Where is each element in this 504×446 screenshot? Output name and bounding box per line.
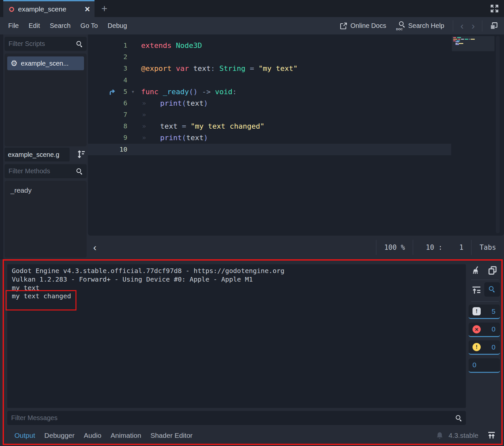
filter-messages-field[interactable] [7,411,466,425]
code-line-2[interactable]: 2 [88,51,504,63]
search-icon [455,415,462,421]
print-result-annotation-box [6,290,76,310]
menu-go-to[interactable]: Go To [75,17,103,34]
line-number: 8 [101,120,127,132]
tab-indent-mark: » [142,109,146,120]
code-text: print(text) [160,132,208,143]
code-line-1[interactable]: 1extends Node3D [88,40,504,51]
code-line-6[interactable]: 6»print(text) [88,97,504,109]
divider [482,20,482,32]
methods-list-panel: _ready [5,181,87,258]
make-floating-icon[interactable] [487,22,501,30]
online-docs-label: Online Docs [350,22,386,30]
output-panel-annotation-outline: Godot Engine v4.3.stable.official.77dcf9… [3,259,503,445]
script-item-example-scen[interactable]: ⚙example_scen... [7,56,84,70]
indent-type[interactable]: Tabs [471,240,504,255]
editor-status-bar: ‹ 100 % 10 :1 Tabs [88,236,504,259]
console-line: Vulkan 1.2.283 - Forward+ - Using Device… [12,275,461,284]
warnings-count: 0 [492,343,495,351]
editor-filter-button[interactable]: 0 [469,358,500,373]
code-editor[interactable]: 1extends Node3D23@export var text: Strin… [88,34,504,236]
tab-indent-mark: » [142,97,146,109]
new-tab-button[interactable]: + [97,0,112,17]
console-line: my text changed [12,292,461,301]
notifications-bell-icon[interactable] [435,431,444,440]
filter-methods-field[interactable] [5,164,87,178]
hide-scripts-panel-icon[interactable]: ‹ [88,242,102,253]
filter-messages-input[interactable] [11,414,455,422]
code-text: print(text) [160,97,208,109]
node3d-ring-icon [9,7,14,12]
clear-output-icon[interactable] [471,265,482,276]
warnings-filter-button[interactable]: !0 [469,340,500,355]
code-text: @export var text: String = "my text" [141,63,298,74]
output-console[interactable]: Godot Engine v4.3.stable.official.77dcf9… [7,264,466,408]
menu-search[interactable]: Search [45,17,75,34]
search-icon [76,168,83,175]
search-output-button[interactable] [484,282,500,297]
errors-icon: × [472,325,481,333]
method-item-ready[interactable]: _ready [7,184,84,197]
code-line-8[interactable]: 8»text = "my text changed" [88,120,504,132]
messages-icon: ! [472,307,481,315]
history-back-icon[interactable]: ‹ [458,21,466,31]
engine-version-label: 4.3.stable [449,432,478,439]
code-line-4[interactable]: 4 [88,74,504,86]
messages-filter-button[interactable]: !5 [469,305,500,319]
bottom-tab-animation[interactable]: Animation [106,432,146,439]
console-line: my text [12,284,461,292]
menu-file[interactable]: File [8,17,24,34]
minimap-bar [461,39,464,40]
expand-bottom-panel-icon[interactable] [487,431,496,440]
code-line-9[interactable]: 9»print(text) [88,132,504,143]
minimap-bar [458,43,463,44]
search-help-icon: DOC [397,21,405,31]
tab-example-scene[interactable]: example_scene × [3,0,94,17]
minimap-bar [453,37,456,38]
scripts-list-panel: ⚙example_scen... [5,53,87,146]
fold-chevron-icon[interactable]: ▾ [131,86,135,97]
bottom-tab-output[interactable]: Output [10,432,40,439]
line-number: 3 [101,63,127,74]
sort-scripts-icon[interactable] [76,149,86,159]
online-docs-button[interactable]: Online Docs [336,17,390,34]
collapse-duplicates-icon[interactable] [471,285,482,295]
warnings-icon: ! [472,343,481,351]
menu-items: FileEditSearchGo ToDebug [8,17,132,34]
bottom-tab-shader-editor[interactable]: Shader Editor [146,432,197,439]
bottom-tabs: OutputDebuggerAudioAnimationShader Edito… [10,432,197,439]
filter-methods-input[interactable] [9,167,76,175]
close-tab-icon[interactable]: × [85,6,90,12]
filter-scripts-field[interactable] [5,37,87,51]
bottom-tab-audio[interactable]: Audio [79,432,106,439]
console-line: Godot Engine v4.3.stable.official.77dcf9… [12,267,461,275]
code-line-5[interactable]: 5▾func _ready() -> void: [88,86,504,97]
zoom-level[interactable]: 100 % [376,240,413,255]
code-line-7[interactable]: 7» [88,109,504,120]
editor-scrollbar[interactable] [496,36,500,233]
code-line-10[interactable]: 10 [88,144,504,155]
history-forward-icon[interactable]: › [469,21,477,31]
line-col-indicator[interactable]: 10 :1 [413,240,471,255]
minimap-bar [455,41,459,42]
errors-filter-button[interactable]: ×0 [469,323,500,337]
line-number: 10 [101,144,127,155]
search-help-button[interactable]: DOC Search Help [393,17,448,34]
tab-indent-mark: » [142,120,146,132]
menu-debug[interactable]: Debug [103,17,132,34]
window-edge [0,34,3,259]
minimap[interactable] [452,36,494,233]
fullscreen-icon[interactable] [490,4,499,13]
filter-scripts-input[interactable] [9,40,76,48]
copy-output-icon[interactable] [487,265,498,276]
line-number: 2 [101,51,127,63]
minimap-bar [469,39,470,40]
bottom-tab-debugger[interactable]: Debugger [40,432,79,439]
tab-indent-mark: » [142,132,146,143]
code-line-3[interactable]: 3@export var text: String = "my text" [88,63,504,74]
line-number: 1 [101,40,127,51]
line-number: 6 [101,97,127,109]
errors-count: 0 [492,325,495,333]
line-value: 10 [421,244,434,251]
menu-edit[interactable]: Edit [24,17,45,34]
